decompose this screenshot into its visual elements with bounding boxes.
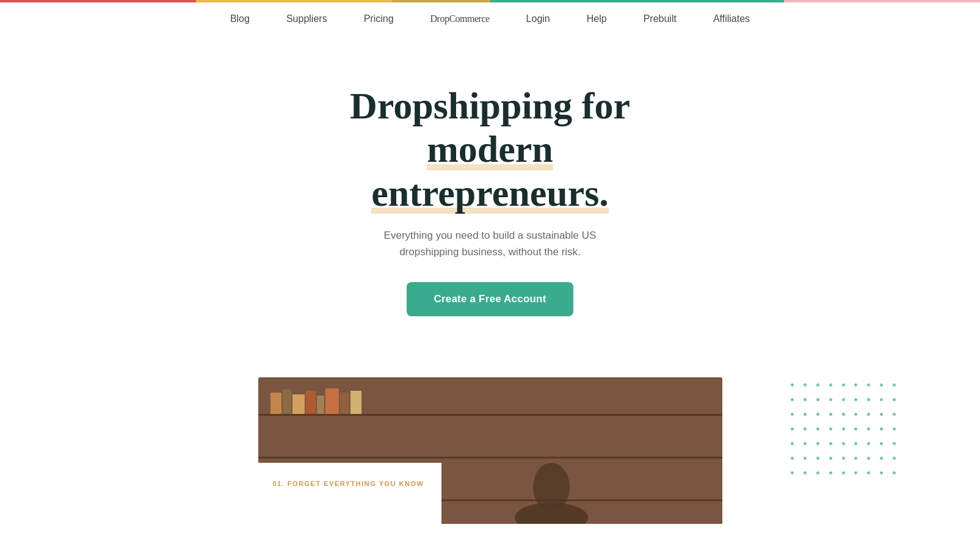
nav-link-suppliers[interactable]: Suppliers	[286, 13, 327, 24]
svg-rect-3	[258, 457, 722, 459]
svg-point-14	[533, 463, 570, 512]
lower-section: const dotGrid = document.currentScript.p…	[0, 377, 980, 524]
svg-rect-2	[258, 414, 722, 416]
progress-segment-2	[196, 0, 392, 2]
nav-logo-item[interactable]: DropCommerce	[430, 13, 490, 24]
dot-pattern-decoration: const dotGrid = document.currentScript.p…	[791, 383, 901, 481]
nav-links: Blog Suppliers Pricing DropCommerce Logi…	[230, 13, 750, 24]
svg-rect-7	[292, 394, 305, 414]
progress-segment-1	[0, 0, 196, 2]
nav-item-help[interactable]: Help	[587, 13, 607, 24]
svg-rect-12	[350, 391, 361, 414]
nav-link-prebuilt[interactable]: Prebuilt	[644, 13, 677, 24]
site-logo[interactable]: DropCommerce	[430, 13, 490, 24]
nav-item-affiliates[interactable]: Affiliates	[713, 13, 750, 24]
nav-link-login[interactable]: Login	[526, 13, 550, 24]
hero-subtext: Everything you need to build a sustainab…	[362, 227, 619, 260]
nav-link-affiliates[interactable]: Affiliates	[713, 13, 750, 24]
hero-section: Dropshipping for modern entrepreneurs. E…	[0, 35, 980, 353]
nav-item-blog[interactable]: Blog	[230, 13, 250, 24]
svg-rect-11	[340, 393, 349, 414]
nav-item-suppliers[interactable]: Suppliers	[286, 13, 327, 24]
nav-item-prebuilt[interactable]: Prebuilt	[644, 13, 677, 24]
nav-item-pricing[interactable]: Pricing	[364, 13, 394, 24]
headline-line1: Dropshipping for	[350, 85, 630, 126]
headline-line3: entrepreneurs.	[371, 172, 609, 215]
main-nav: Blog Suppliers Pricing DropCommerce Logi…	[0, 2, 980, 35]
progress-segment-4	[490, 0, 785, 2]
section-label: 01. FORGET EVERYTHING YOU KNOW	[273, 480, 424, 487]
progress-bar	[0, 0, 980, 2]
headline-line2: modern	[427, 128, 553, 171]
progress-segment-5	[784, 0, 980, 2]
progress-segment-3	[392, 0, 490, 2]
svg-rect-8	[306, 391, 316, 414]
svg-rect-6	[283, 390, 291, 414]
svg-rect-9	[317, 396, 324, 414]
svg-rect-10	[325, 388, 339, 414]
svg-rect-5	[270, 393, 281, 414]
hero-headline: Dropshipping for modern entrepreneurs.	[277, 84, 704, 215]
info-card: 01. FORGET EVERYTHING YOU KNOW	[258, 463, 441, 524]
nav-item-login[interactable]: Login	[526, 13, 550, 24]
cta-button[interactable]: Create a Free Account	[407, 282, 573, 316]
nav-link-pricing[interactable]: Pricing	[364, 13, 394, 24]
nav-link-help[interactable]: Help	[587, 13, 607, 24]
nav-link-blog[interactable]: Blog	[230, 13, 250, 24]
